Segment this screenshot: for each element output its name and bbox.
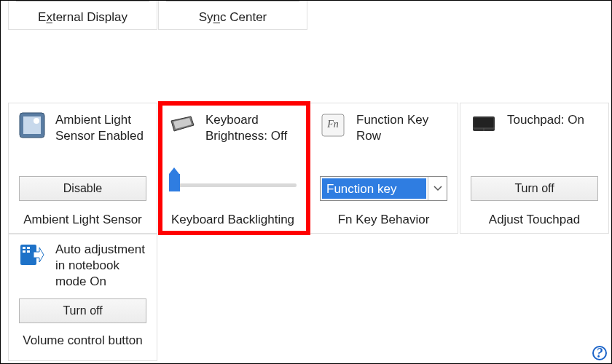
touchpad-icon xyxy=(471,112,497,138)
chevron-down-icon[interactable] xyxy=(428,177,447,200)
svg-rect-14 xyxy=(23,250,26,253)
tile-label-external-display: External Display xyxy=(9,1,157,33)
tile-label-touchpad: Adjust Touchpad xyxy=(460,201,608,237)
tile-title-touchpad: Touchpad: On xyxy=(507,112,584,128)
tile-label-sync-center: Sync Center xyxy=(159,1,307,33)
slider-track xyxy=(169,183,297,187)
svg-rect-15 xyxy=(27,250,30,253)
svg-rect-12 xyxy=(23,247,26,249)
ambient-light-icon xyxy=(19,112,45,138)
fn-key-select[interactable]: Function key xyxy=(320,176,447,201)
tile-title-backlight: Keyboard Brightness: Off xyxy=(205,112,297,144)
brightness-slider[interactable] xyxy=(159,178,307,192)
svg-point-2 xyxy=(34,118,39,124)
tile-volume-control: Auto adjustment in notebook mode On Turn… xyxy=(8,234,157,361)
svg-rect-8 xyxy=(474,118,493,128)
fn-key-select-value: Function key xyxy=(322,178,426,199)
svg-text:Fn: Fn xyxy=(326,119,339,130)
tile-title-ambient: Ambient Light Sensor Enabled xyxy=(55,112,146,144)
volume-turnoff-button[interactable]: Turn off xyxy=(19,298,146,323)
tile-label-ambient: Ambient Light Sensor xyxy=(9,201,157,237)
tile-keyboard-backlight: Keyboard Brightness: Off Keyboard Backli… xyxy=(158,103,307,234)
slider-thumb[interactable] xyxy=(169,174,180,191)
settings-panel: Connect display External Display Sync se… xyxy=(0,0,612,364)
tile-sync-center: Sync settings Sync Center xyxy=(158,0,307,30)
keyboard-icon xyxy=(169,112,195,138)
touchpad-turnoff-button[interactable]: Turn off xyxy=(471,176,598,201)
volume-settings-icon xyxy=(19,242,45,268)
tile-title-fnkey: Function Key Row xyxy=(356,112,447,144)
tile-fn-key: Fn Function Key Row Function key Fn Key … xyxy=(309,103,458,234)
tile-ambient-light: Ambient Light Sensor Enabled Disable Amb… xyxy=(8,103,157,234)
ambient-disable-button[interactable]: Disable xyxy=(19,176,146,201)
tile-label-volume: Volume control button xyxy=(9,323,157,358)
svg-rect-13 xyxy=(27,247,30,249)
tile-label-fnkey: Fn Key Behavior xyxy=(310,201,458,237)
tile-label-backlight: Keyboard Backlighting xyxy=(159,192,307,237)
help-icon[interactable]: ? xyxy=(592,346,607,360)
fn-key-icon: Fn xyxy=(320,112,346,138)
tile-title-volume: Auto adjustment in notebook mode On xyxy=(55,242,146,290)
tile-external-display: Connect display External Display xyxy=(8,0,157,30)
tile-touchpad: Touchpad: On Turn off Adjust Touchpad xyxy=(460,103,609,234)
